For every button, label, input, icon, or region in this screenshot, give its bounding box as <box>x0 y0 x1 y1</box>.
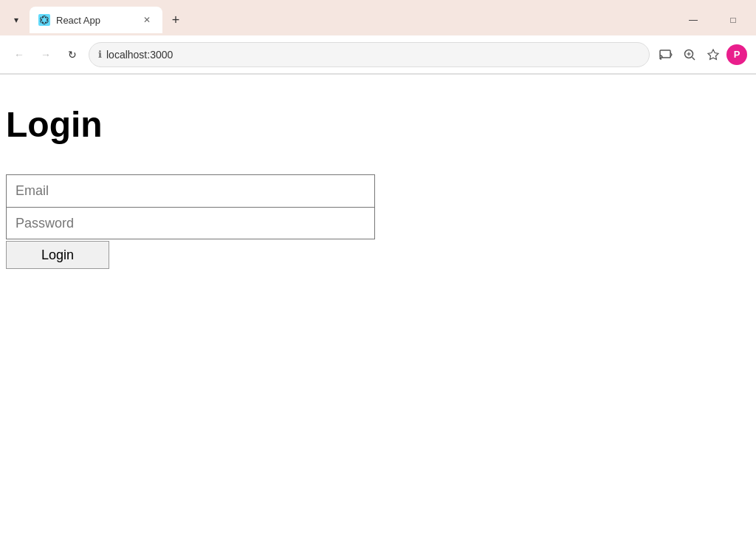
login-form: Login <box>6 174 375 269</box>
minimize-button[interactable]: — <box>676 8 710 32</box>
login-button[interactable]: Login <box>6 241 109 269</box>
tab-bar: ▾ React App ✕ + — □ <box>0 0 756 35</box>
svg-point-6 <box>660 58 662 59</box>
toolbar-icons: P <box>656 44 747 65</box>
forward-button[interactable]: → <box>35 44 56 65</box>
svg-line-8 <box>693 57 695 60</box>
svg-marker-11 <box>708 50 718 60</box>
browser-chrome: ▾ React App ✕ + — □ ← → ↻ ℹ <box>0 0 756 75</box>
maximize-button[interactable]: □ <box>716 8 750 32</box>
tab-favicon <box>38 14 50 26</box>
address-bar: ← → ↻ ℹ localhost:3000 <box>0 35 756 74</box>
active-tab[interactable]: React App ✕ <box>30 7 162 33</box>
reload-button[interactable]: ↻ <box>62 44 83 65</box>
password-input[interactable] <box>6 207 375 239</box>
tab-dropdown-button[interactable]: ▾ <box>6 10 27 30</box>
zoom-button[interactable] <box>679 44 700 65</box>
email-input[interactable] <box>6 174 375 207</box>
url-bar[interactable]: ℹ localhost:3000 <box>89 42 650 67</box>
back-button[interactable]: ← <box>9 44 30 65</box>
bookmark-button[interactable] <box>703 44 724 65</box>
page-title: Login <box>6 104 750 145</box>
profile-avatar[interactable]: P <box>726 44 747 65</box>
tab-close-button[interactable]: ✕ <box>140 13 154 27</box>
tab-title: React App <box>56 15 134 26</box>
page-content: Login Login <box>0 75 756 549</box>
new-tab-button[interactable]: + <box>165 10 186 30</box>
window-controls: — □ <box>676 8 750 32</box>
cast-button[interactable] <box>656 44 676 65</box>
info-icon: ℹ <box>98 49 102 60</box>
url-text: localhost:3000 <box>106 49 640 61</box>
